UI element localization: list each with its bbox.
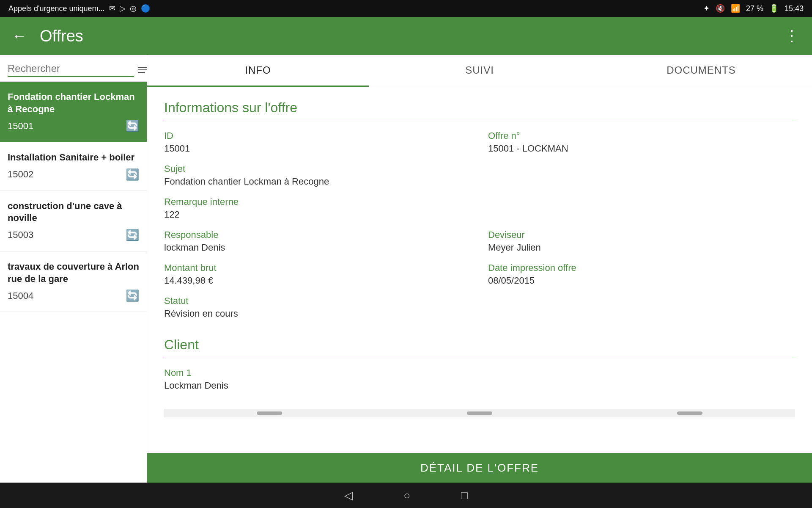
filter-line-3 [138, 72, 145, 73]
list-item[interactable]: construction d'une cave à noville 15003 … [0, 191, 147, 251]
field-montant-label: Montant brut [164, 262, 471, 273]
time-text: 15:43 [785, 4, 804, 13]
field-offre-value: 15001 - LOCKMAN [488, 143, 795, 154]
field-sujet-label: Sujet [164, 163, 795, 174]
main-content: Fondation chantier Lockman à Recogne 150… [0, 55, 812, 483]
list-item-title: construction d'une cave à noville [8, 200, 139, 224]
client-section-title: Client [164, 337, 795, 357]
search-bar [0, 55, 147, 82]
sync-icon: 🔄 [126, 229, 139, 242]
list-item-row: 15002 🔄 [8, 168, 139, 181]
field-montant: Montant brut 14.439,98 € [164, 262, 471, 286]
sync-icon: 🔄 [126, 289, 139, 302]
field-date-label: Date impression offre [488, 262, 795, 273]
search-input[interactable] [8, 63, 134, 77]
field-remarque-label: Remarque interne [164, 196, 795, 207]
list-item-title: travaux de couverture à Arlon rue de la … [8, 261, 139, 285]
field-date-impression: Date impression offre 08/05/2015 [488, 262, 795, 286]
tab-documents[interactable]: DOCUMENTS [590, 55, 812, 87]
back-button[interactable]: ← [12, 27, 27, 45]
field-id: ID 15001 [164, 130, 471, 154]
app-icon: 🔵 [141, 4, 150, 13]
info-section: Informations sur l'offre ID 15001 Offre … [164, 100, 795, 329]
field-statut-value: Révision en cours [164, 308, 795, 319]
detail-button[interactable]: DÉTAIL DE L'OFFRE [147, 453, 812, 483]
field-responsable: Responsable lockman Denis [164, 229, 471, 253]
field-remarque: Remarque interne 122 [164, 196, 795, 220]
tab-suivi[interactable]: SUIVI [369, 55, 590, 87]
app-bar-left: ← Offres [12, 27, 83, 45]
bluetooth-icon: ✦ [703, 4, 710, 13]
filter-line-2 [138, 69, 148, 70]
field-sujet-value: Fondation chantier Lockman à Recogne [164, 176, 795, 187]
sync-icon: 🔄 [126, 168, 139, 181]
list-item-row: 15004 🔄 [8, 289, 139, 302]
detail-content: Informations sur l'offre ID 15001 Offre … [147, 87, 812, 453]
scroll-thumb-3 [677, 411, 702, 415]
list-item-title: Fondation chantier Lockman à Recogne [8, 91, 139, 115]
list-item[interactable]: Fondation chantier Lockman à Recogne 150… [0, 82, 147, 142]
client-section: Client Nom 1 Lockman Denis [164, 337, 795, 400]
field-sujet: Sujet Fondation chantier Lockman à Recog… [164, 163, 795, 187]
list-item-row: 15003 🔄 [8, 229, 139, 242]
field-nom1-value: Lockman Denis [164, 380, 471, 391]
right-panel: INFO SUIVI DOCUMENTS Informations sur l'… [147, 55, 812, 483]
field-deviseur-label: Deviseur [488, 229, 795, 240]
scroll-thumb-2 [467, 411, 492, 415]
list-item-id: 15004 [8, 290, 33, 301]
field-id-label: ID [164, 130, 471, 141]
field-offre: Offre n° 15001 - LOCKMAN [488, 130, 795, 154]
field-offre-label: Offre n° [488, 130, 795, 141]
notification-text: Appels d'urgence uniquem... [8, 4, 105, 13]
list-item-title: Installation Sanitaire + boiler [8, 152, 139, 164]
mute-icon: 🔇 [716, 4, 725, 13]
field-deviseur-value: Meyer Julien [488, 242, 795, 253]
sync-icon: 🔄 [126, 119, 139, 133]
nav-back-button[interactable]: ◁ [344, 489, 353, 502]
battery-icon: 🔋 [769, 4, 779, 13]
field-statut-label: Statut [164, 295, 795, 306]
field-responsable-value: lockman Denis [164, 242, 471, 253]
app-title: Offres [40, 27, 83, 45]
status-bar: Appels d'urgence uniquem... ✉ ▷ ◎ 🔵 ✦ 🔇 … [0, 0, 812, 17]
section-title: Informations sur l'offre [164, 100, 795, 120]
scroll-indicators [164, 409, 795, 417]
more-menu-button[interactable]: ⋮ [784, 27, 800, 45]
field-statut: Statut Révision en cours [164, 295, 795, 319]
app-bar: ← Offres ⋮ [0, 17, 812, 55]
list-item-row: 15001 🔄 [8, 119, 139, 133]
list-item-id: 15003 [8, 229, 33, 240]
list-item[interactable]: travaux de couverture à Arlon rue de la … [0, 251, 147, 312]
list-item[interactable]: Installation Sanitaire + boiler 15002 🔄 [0, 142, 147, 191]
status-bar-left: Appels d'urgence uniquem... ✉ ▷ ◎ 🔵 [8, 4, 150, 13]
list-item-id: 15002 [8, 169, 33, 180]
wifi-icon: 📶 [731, 4, 740, 13]
field-nom1: Nom 1 Lockman Denis [164, 367, 471, 391]
list-item-id: 15001 [8, 121, 33, 132]
alarm-icon: ◎ [130, 4, 137, 13]
cast-icon: ▷ [120, 4, 126, 13]
field-montant-value: 14.439,98 € [164, 275, 471, 286]
email-icon: ✉ [109, 4, 115, 13]
nav-recent-button[interactable]: □ [461, 489, 468, 502]
field-responsable-label: Responsable [164, 229, 471, 240]
left-panel: Fondation chantier Lockman à Recogne 150… [0, 55, 147, 483]
status-bar-right: ✦ 🔇 📶 27 % 🔋 15:43 [703, 4, 804, 13]
tab-info[interactable]: INFO [147, 55, 369, 87]
client-fields-grid: Nom 1 Lockman Denis [164, 367, 795, 400]
field-remarque-value: 122 [164, 209, 795, 220]
android-nav-bar: ◁ ○ □ [0, 483, 812, 508]
tabs: INFO SUIVI DOCUMENTS [147, 55, 812, 87]
field-deviseur: Deviseur Meyer Julien [488, 229, 795, 253]
fields-grid: ID 15001 Offre n° 15001 - LOCKMAN Sujet … [164, 130, 795, 329]
offers-list: Fondation chantier Lockman à Recogne 150… [0, 82, 147, 483]
field-id-value: 15001 [164, 143, 471, 154]
field-date-value: 08/05/2015 [488, 275, 795, 286]
detail-button-label: DÉTAIL DE L'OFFRE [420, 461, 539, 475]
scroll-thumb-1 [257, 411, 282, 415]
battery-text: 27 % [746, 4, 763, 13]
nav-home-button[interactable]: ○ [403, 489, 410, 502]
field-nom1-label: Nom 1 [164, 367, 471, 378]
